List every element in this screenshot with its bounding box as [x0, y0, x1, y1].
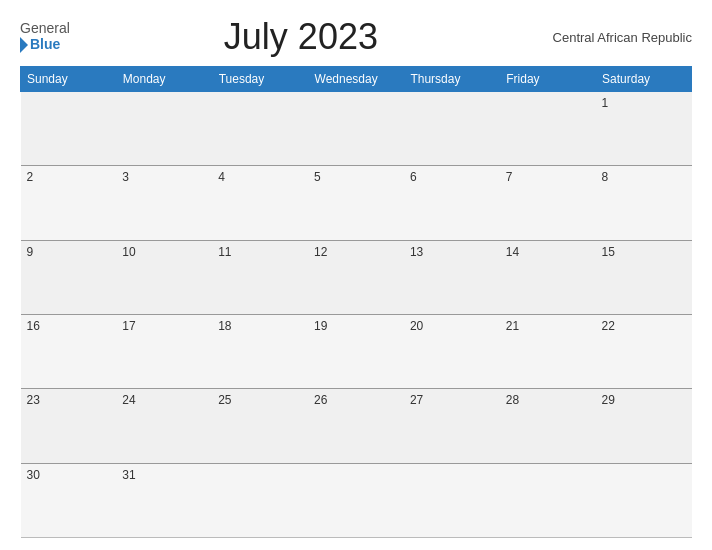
calendar-cell: 18 — [212, 314, 308, 388]
day-number: 19 — [314, 319, 327, 333]
day-number: 29 — [602, 393, 615, 407]
week-row-2: 2345678 — [21, 166, 692, 240]
day-number: 23 — [27, 393, 40, 407]
day-header-wednesday: Wednesday — [308, 67, 404, 92]
calendar-cell: 5 — [308, 166, 404, 240]
calendar-header: General Blue July 2023 Central African R… — [20, 16, 692, 58]
calendar-cell: 13 — [404, 240, 500, 314]
calendar-cell: 24 — [116, 389, 212, 463]
day-number: 18 — [218, 319, 231, 333]
logo-blue-text: Blue — [20, 37, 60, 53]
day-number: 16 — [27, 319, 40, 333]
calendar-table: SundayMondayTuesdayWednesdayThursdayFrid… — [20, 66, 692, 538]
day-number: 28 — [506, 393, 519, 407]
calendar-cell: 14 — [500, 240, 596, 314]
day-number: 6 — [410, 170, 417, 184]
day-number: 5 — [314, 170, 321, 184]
day-number: 14 — [506, 245, 519, 259]
calendar-cell: 8 — [596, 166, 692, 240]
country-label: Central African Republic — [532, 30, 692, 45]
week-row-3: 9101112131415 — [21, 240, 692, 314]
day-number: 31 — [122, 468, 135, 482]
day-header-tuesday: Tuesday — [212, 67, 308, 92]
calendar-cell: 15 — [596, 240, 692, 314]
day-header-thursday: Thursday — [404, 67, 500, 92]
calendar-cell — [596, 463, 692, 537]
logo-triangle-icon — [20, 37, 28, 53]
calendar-cell: 25 — [212, 389, 308, 463]
calendar-cell: 6 — [404, 166, 500, 240]
calendar-cell: 11 — [212, 240, 308, 314]
calendar-cell: 27 — [404, 389, 500, 463]
calendar-cell: 7 — [500, 166, 596, 240]
calendar-cell — [116, 92, 212, 166]
day-header-monday: Monday — [116, 67, 212, 92]
calendar-cell: 30 — [21, 463, 117, 537]
calendar-cell — [308, 463, 404, 537]
day-number: 12 — [314, 245, 327, 259]
calendar-cell: 31 — [116, 463, 212, 537]
day-number: 9 — [27, 245, 34, 259]
calendar-cell: 9 — [21, 240, 117, 314]
day-header-saturday: Saturday — [596, 67, 692, 92]
day-number: 10 — [122, 245, 135, 259]
calendar-cell — [21, 92, 117, 166]
calendar-cell — [500, 92, 596, 166]
calendar-body: 1234567891011121314151617181920212223242… — [21, 92, 692, 538]
calendar-cell — [500, 463, 596, 537]
calendar-cell — [404, 92, 500, 166]
calendar-cell: 2 — [21, 166, 117, 240]
week-row-6: 3031 — [21, 463, 692, 537]
calendar-cell: 23 — [21, 389, 117, 463]
day-number: 3 — [122, 170, 129, 184]
calendar-cell: 29 — [596, 389, 692, 463]
calendar-cell — [404, 463, 500, 537]
calendar-cell: 21 — [500, 314, 596, 388]
calendar-cell: 4 — [212, 166, 308, 240]
week-row-1: 1 — [21, 92, 692, 166]
logo: General Blue — [20, 21, 70, 52]
day-number: 2 — [27, 170, 34, 184]
calendar-cell — [212, 463, 308, 537]
calendar-cell: 19 — [308, 314, 404, 388]
day-number: 21 — [506, 319, 519, 333]
day-number: 7 — [506, 170, 513, 184]
day-number: 20 — [410, 319, 423, 333]
day-number: 13 — [410, 245, 423, 259]
calendar-cell: 12 — [308, 240, 404, 314]
day-number: 4 — [218, 170, 225, 184]
day-number: 30 — [27, 468, 40, 482]
day-number: 25 — [218, 393, 231, 407]
calendar-cell: 17 — [116, 314, 212, 388]
calendar-cell: 3 — [116, 166, 212, 240]
day-number: 17 — [122, 319, 135, 333]
calendar-cell: 1 — [596, 92, 692, 166]
calendar-cell — [308, 92, 404, 166]
day-header-sunday: Sunday — [21, 67, 117, 92]
calendar-cell: 22 — [596, 314, 692, 388]
day-number: 22 — [602, 319, 615, 333]
day-header-friday: Friday — [500, 67, 596, 92]
calendar-cell: 16 — [21, 314, 117, 388]
calendar-cell — [212, 92, 308, 166]
logo-general-text: General — [20, 21, 70, 36]
day-number: 11 — [218, 245, 231, 259]
calendar-cell: 26 — [308, 389, 404, 463]
week-row-5: 23242526272829 — [21, 389, 692, 463]
day-number: 15 — [602, 245, 615, 259]
day-number: 24 — [122, 393, 135, 407]
calendar-header-row: SundayMondayTuesdayWednesdayThursdayFrid… — [21, 67, 692, 92]
calendar-cell: 28 — [500, 389, 596, 463]
day-number: 27 — [410, 393, 423, 407]
calendar-cell: 10 — [116, 240, 212, 314]
calendar-title: July 2023 — [70, 16, 532, 58]
day-number: 1 — [602, 96, 609, 110]
week-row-4: 16171819202122 — [21, 314, 692, 388]
calendar-cell: 20 — [404, 314, 500, 388]
day-number: 26 — [314, 393, 327, 407]
day-number: 8 — [602, 170, 609, 184]
